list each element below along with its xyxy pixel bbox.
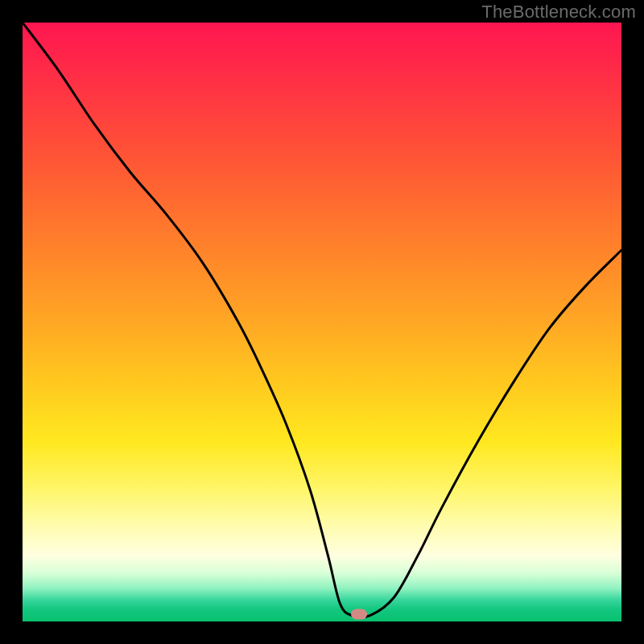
watermark-text: TheBottleneck.com [481,2,636,23]
chart-frame: TheBottleneck.com [0,0,644,644]
curve-svg [23,23,621,621]
bottleneck-curve [23,23,621,617]
optimal-point-marker [351,609,367,620]
plot-area [23,23,621,621]
